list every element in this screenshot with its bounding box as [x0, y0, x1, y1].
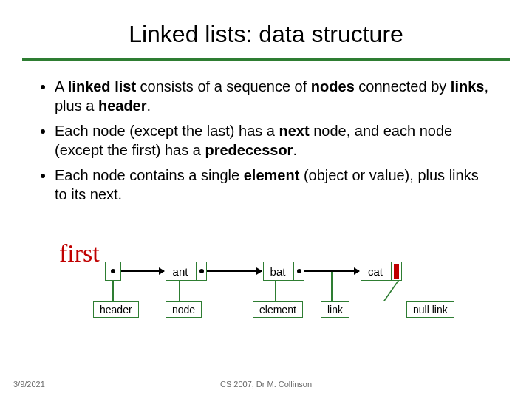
text-bold: header — [98, 98, 147, 114]
label-connector — [383, 281, 399, 301]
node-element: cat — [361, 265, 391, 278]
title-wrap: Linked lists: data structure — [0, 0, 532, 54]
pointer-cell — [196, 262, 206, 280]
label-header: header — [93, 301, 139, 318]
slide: Linked lists: data structure A linked li… — [0, 0, 532, 399]
text: A — [55, 78, 68, 95]
text-bold: predecessor — [205, 142, 293, 158]
text-bold: links — [451, 78, 485, 95]
dot-icon — [297, 269, 301, 273]
bullet-1: A linked list consists of a sequence of … — [55, 77, 494, 115]
text: Each node contains a single — [55, 167, 244, 183]
label-element: element — [253, 301, 303, 318]
node-ant: ant — [166, 262, 207, 281]
link-arrow — [207, 270, 262, 272]
text: Each node (except the last) has a — [55, 123, 279, 139]
dot-icon — [111, 269, 115, 273]
pointer-cell — [293, 262, 304, 280]
null-bar-icon — [394, 264, 399, 279]
label-node: node — [166, 301, 202, 318]
node-cat: cat — [361, 262, 402, 281]
text-bold: element — [244, 167, 300, 183]
link-arrow — [121, 270, 164, 272]
label-link: link — [321, 301, 349, 318]
node-element: ant — [166, 265, 196, 278]
text: . — [147, 98, 151, 114]
first-label: first — [59, 239, 100, 267]
text-bold: next — [279, 123, 310, 139]
text-bold: nodes — [311, 78, 355, 95]
label-connector — [275, 281, 276, 301]
node-element: bat — [264, 265, 293, 278]
bullet-list: A linked list consists of a sequence of … — [0, 61, 532, 204]
node-bat: bat — [263, 262, 304, 281]
text: . — [293, 142, 297, 158]
text: consists of a sequence of — [136, 78, 311, 95]
dot-icon — [200, 269, 204, 273]
label-connector — [331, 272, 332, 301]
text-bold: linked list — [68, 78, 136, 95]
bullet-2: Each node (except the last) has a next n… — [55, 121, 494, 160]
pointer-cell — [106, 262, 120, 280]
footer-course: CS 2007, Dr M. Collinson — [0, 380, 532, 389]
null-pointer-cell — [391, 262, 401, 280]
header-node — [105, 262, 121, 281]
slide-title: Linked lists: data structure — [0, 21, 532, 48]
label-connector — [112, 281, 114, 301]
text: connected by — [355, 78, 451, 95]
label-connector — [179, 281, 180, 301]
bullet-3: Each node contains a single element (obj… — [55, 166, 494, 204]
linked-list-diagram: first ant bat cat header node — [44, 244, 488, 325]
label-nulllink: null link — [406, 301, 454, 318]
